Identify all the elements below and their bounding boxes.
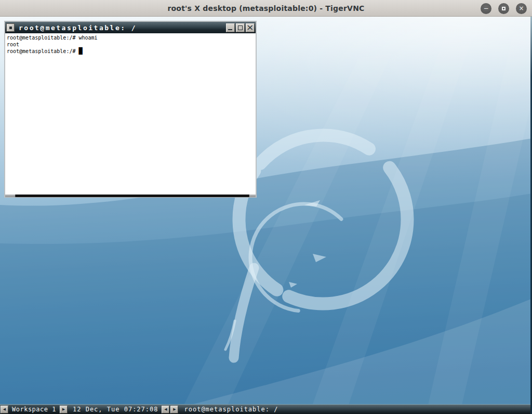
terminal-prompt: root@metasploitable:/# [7,48,78,54]
remote-desktop: root@metasploitable: / × root@metasploit… [0,17,532,414]
terminal-window: root@metasploitable: / × root@metasploit… [4,21,257,198]
terminal-line: root@metasploitable:/# whoami [7,34,255,41]
resize-grip-left[interactable] [5,195,16,197]
terminal-minimize-button[interactable] [226,23,235,32]
terminal-line: root@metasploitable:/# █ [7,48,255,55]
terminal-titlebar[interactable]: root@metasploitable: / × [5,22,256,33]
workspace-next-button[interactable]: ▶ [60,406,68,413]
terminal-resize-bar[interactable] [5,195,256,197]
vnc-titlebar[interactable]: root's X desktop (metasploitable:0) - Ti… [0,0,532,17]
vnc-window-controls: − × [481,0,527,17]
terminal-menu-button[interactable] [6,23,15,32]
terminal-window-controls: × [226,23,255,32]
swirl-flecks [289,200,326,288]
arrow-left-icon: ◀ [3,408,6,411]
taskbar-clock: 12 Dec, Tue 07:27:08 [73,406,158,413]
maximize-icon [238,25,243,30]
terminal-line: root [7,41,255,48]
window-menu-icon [9,27,12,29]
vnc-maximize-button[interactable] [498,3,509,14]
close-icon: × [246,24,254,32]
terminal-output[interactable]: root@metasploitable:/# whoami root root@… [5,33,256,195]
terminal-cursor: █ [78,47,82,55]
terminal-title: root@metasploitable: / [19,24,226,32]
resize-grip-right[interactable] [249,195,256,197]
minimize-icon: − [483,5,488,11]
taskbar: ◀ Workspace 1 ▶ 12 Dec, Tue 07:27:08 ◀ ▶… [0,404,532,414]
arrow-right-icon: ▶ [173,408,176,411]
tasklist-prev-button[interactable]: ◀ [162,406,169,413]
taskbar-task-item[interactable]: root@metasploitable: / [184,406,278,413]
vnc-minimize-button[interactable]: − [481,3,491,14]
workspace-prev-button[interactable]: ◀ [1,406,8,413]
terminal-maximize-button[interactable] [236,23,245,32]
terminal-close-button[interactable]: × [246,23,255,32]
arrow-left-icon: ◀ [164,408,167,411]
vnc-window-title: root's X desktop (metasploitable:0) - Ti… [167,4,364,12]
close-icon: × [518,5,524,11]
workspace-indicator[interactable]: Workspace 1 [9,405,59,414]
maximize-icon [502,7,506,10]
tasklist-next-button[interactable]: ▶ [170,406,178,413]
minimize-icon [228,29,232,30]
arrow-right-icon: ▶ [62,408,65,411]
vnc-close-button[interactable]: × [516,3,527,14]
